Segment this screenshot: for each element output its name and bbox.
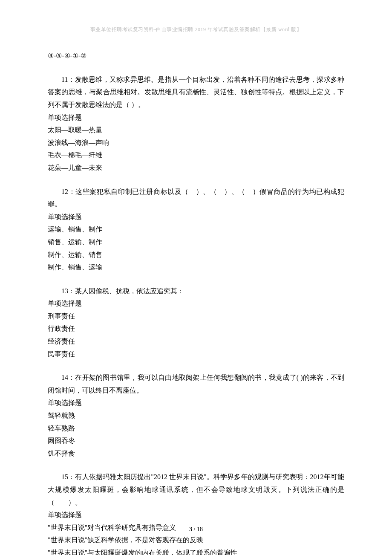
option-a: 太阳—取暖—热量: [48, 124, 344, 136]
question-15: 15：有人依据玛雅太阳历提出"2012 世界末日说"。科学界多年的观测与研究表明…: [48, 471, 344, 555]
orphan-option-line: ③-⑤-④-①-②: [48, 49, 344, 62]
option-c: 囫囵吞枣: [48, 434, 344, 447]
option-a: 驾轻就熟: [48, 409, 344, 422]
page-footer: 3 / 18: [0, 524, 392, 535]
page-total: 18: [197, 526, 203, 532]
page-current: 3: [189, 526, 192, 532]
option-d: 花朵—儿童—未来: [48, 162, 344, 174]
question-type-label: 单项选择题: [48, 396, 344, 409]
question-type-label: 单项选择题: [48, 211, 344, 223]
option-b: "世界末日说"缺乏科学依据，不是对客观存在的反映: [48, 534, 344, 546]
question-13: 13：某人因偷税、抗税，依法应追究其： 单项选择题 刑事责任 行政责任 经济责任…: [48, 285, 344, 361]
question-prompt: 13：某人因偷税、抗税，依法应追究其：: [48, 285, 344, 298]
option-a: 运输、销售、制作: [48, 223, 344, 236]
option-d: 民事责任: [48, 348, 344, 361]
question-type-label: 单项选择题: [48, 111, 344, 124]
question-14: 14：在开架的图书馆里，我可以自由地取阅架上任何我想翻阅的书，我竟成了( )的来…: [48, 371, 344, 460]
option-b: 轻车熟路: [48, 422, 344, 435]
option-a: 刑事责任: [48, 310, 344, 323]
question-type-label: 单项选择题: [48, 509, 344, 521]
question-prompt: 15：有人依据玛雅太阳历提出"2012 世界末日说"。科学界多年的观测与研究表明…: [48, 471, 344, 509]
question-prompt: 11：发散思维，又称求异思维。是指从一个目标出发，沿着各种不同的途径去思考，探求…: [48, 73, 344, 111]
option-b: 波浪线—海浪—声响: [48, 136, 344, 149]
page-sep: /: [192, 526, 197, 532]
question-prompt: 14：在开架的图书馆里，我可以自由地取阅架上任何我想翻阅的书，我竟成了( )的来…: [48, 371, 344, 396]
option-b: 销售、运输、制作: [48, 236, 344, 249]
option-c: "世界末日说"与太阳耀斑爆发的内在关联，体现了联系的普遍性: [48, 546, 344, 555]
option-c: 制作、运输、销售: [48, 249, 344, 261]
option-c: 毛衣—棉毛—纤维: [48, 149, 344, 162]
question-type-label: 单项选择题: [48, 297, 344, 310]
option-c: 经济责任: [48, 335, 344, 348]
question-prompt: 12：这些案犯私自印制已注册商标以及（ ）、（ ）、（ ）假冒商品的行为均已构成…: [48, 185, 344, 211]
option-d: 制作、销售、运输: [48, 261, 344, 274]
option-b: 行政责任: [48, 322, 344, 335]
question-11: 11：发散思维，又称求异思维。是指从一个目标出发，沿着各种不同的途径去思考，探求…: [48, 73, 344, 174]
page-header: 事业单位招聘考试复习资料-白山事业编招聘 2019 年考试真题及答案解析【最新 …: [48, 25, 344, 34]
question-12: 12：这些案犯私自印制已注册商标以及（ ）、（ ）、（ ）假冒商品的行为均已构成…: [48, 185, 344, 274]
option-d: 饥不择食: [48, 447, 344, 460]
orphan-option-block: ③-⑤-④-①-②: [48, 49, 344, 62]
